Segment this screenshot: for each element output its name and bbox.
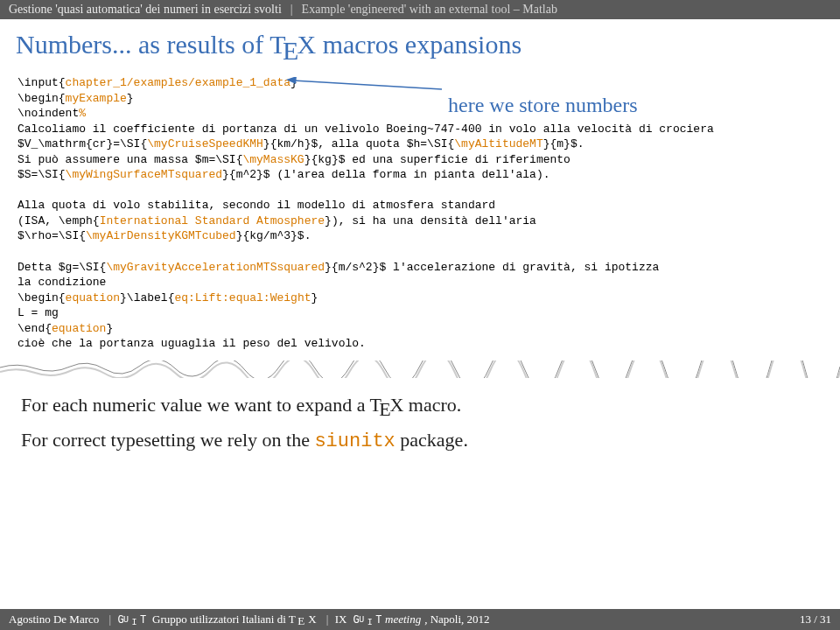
footer-author: Agostino De Marco bbox=[9, 612, 99, 626]
breadcrumb-part2: Example 'engineered' with an external to… bbox=[302, 3, 557, 17]
footer-page: 13 / 31 bbox=[800, 612, 831, 626]
breadcrumb: Gestione 'quasi automatica' dei numeri i… bbox=[0, 0, 840, 19]
code-listing: here we store numbers\input{chapter_1/ex… bbox=[0, 72, 840, 355]
tex-logo-e: E bbox=[379, 396, 390, 423]
body-line-1: For each numeric value we want to expand… bbox=[21, 392, 819, 418]
page-title: Numbers... as results of TEX macros expa… bbox=[0, 19, 840, 68]
annotation-label: here we store numbers bbox=[448, 91, 638, 119]
breadcrumb-part1: Gestione 'quasi automatica' dei numeri i… bbox=[9, 3, 282, 17]
breadcrumb-separator: | bbox=[290, 3, 293, 17]
footer: Agostino De Marco | GUIT Gruppo utilizza… bbox=[0, 609, 840, 630]
annotation-arrow bbox=[284, 77, 446, 98]
svg-line-0 bbox=[293, 80, 442, 89]
package-name: siunitx bbox=[314, 430, 395, 452]
footer-left: Agostino De Marco | GUIT Gruppo utilizza… bbox=[9, 612, 494, 626]
torn-edge bbox=[0, 360, 840, 378]
body-line-2: For correct typesetting we rely on the s… bbox=[21, 427, 819, 455]
guit-logo: GUIT bbox=[354, 614, 382, 626]
body-paragraphs: For each numeric value we want to expand… bbox=[0, 378, 840, 454]
guit-logo: GUIT bbox=[117, 614, 145, 626]
tex-logo-e: E bbox=[283, 36, 298, 66]
